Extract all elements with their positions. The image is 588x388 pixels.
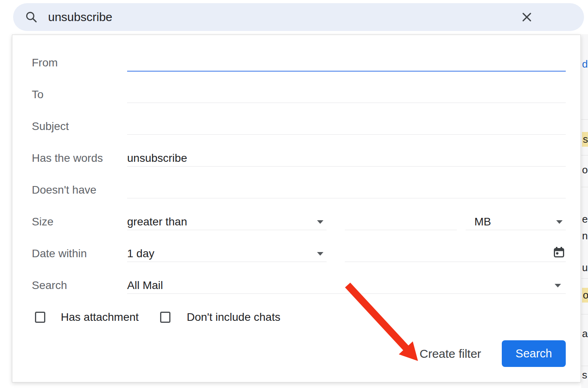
- clipped-text-fragment: e: [582, 213, 588, 225]
- list-divider: [581, 366, 588, 366]
- search-scope-select[interactable]: All Mail: [127, 277, 566, 294]
- date-range-select[interactable]: 1 day: [127, 246, 327, 262]
- dont-include-chats-label: Don't include chats: [187, 311, 280, 324]
- clipped-text-fragment: o: [582, 288, 588, 303]
- date-field-underline: [345, 246, 566, 262]
- subject-field-underline: [127, 118, 566, 135]
- subject-input[interactable]: [127, 118, 566, 134]
- gmail-search-filter-screen: d s o e n u o a s From To Subject Has th…: [0, 0, 588, 388]
- size-operator-select[interactable]: greater than: [127, 214, 327, 230]
- chevron-down-icon: [556, 220, 563, 224]
- search-scope-value: All Mail: [127, 279, 163, 292]
- list-divider: [581, 314, 588, 314]
- dont-include-chats-checkbox[interactable]: [160, 312, 170, 323]
- background-mail-list-strip: d s o e n u o a s: [581, 34, 588, 388]
- doesnt-have-field-underline: [127, 182, 566, 198]
- list-divider: [581, 155, 588, 155]
- list-divider: [581, 278, 588, 279]
- calendar-icon[interactable]: [553, 246, 565, 261]
- clipped-text-fragment: a: [582, 328, 588, 340]
- advanced-search-panel: From To Subject Has the words Doesn't ha…: [12, 35, 581, 382]
- clipped-text-fragment: o: [582, 164, 588, 176]
- date-input[interactable]: [345, 246, 566, 262]
- create-filter-button[interactable]: Create filter: [412, 342, 489, 366]
- chevron-down-icon: [317, 252, 323, 256]
- size-unit-select[interactable]: MB: [466, 214, 566, 230]
- size-label: Size: [32, 215, 53, 228]
- clipped-text-fragment: s: [582, 369, 587, 381]
- search-button[interactable]: Search: [502, 340, 566, 367]
- has-attachment-label: Has attachment: [61, 311, 139, 324]
- size-operator-value: greater than: [127, 215, 187, 228]
- clipped-text-fragment: d: [582, 58, 588, 70]
- from-input[interactable]: [127, 55, 566, 71]
- doesnt-have-label: Doesn't have: [32, 184, 97, 196]
- to-field-underline: [127, 87, 566, 103]
- chevron-down-icon: [317, 220, 323, 224]
- doesnt-have-input[interactable]: [127, 182, 566, 198]
- search-scope-label: Search: [32, 279, 67, 292]
- size-amount-underline: [345, 214, 457, 230]
- clipped-text-fragment: s: [582, 132, 588, 147]
- list-divider: [581, 187, 588, 187]
- size-amount-input[interactable]: [345, 214, 457, 230]
- to-label: To: [32, 88, 44, 101]
- to-input[interactable]: [127, 87, 566, 103]
- from-field-underline: [127, 55, 566, 72]
- has-words-field-underline: [127, 150, 566, 167]
- list-divider: [581, 119, 588, 120]
- has-attachment-checkbox[interactable]: [35, 312, 45, 323]
- size-unit-value: MB: [466, 215, 491, 228]
- has-words-label: Has the words: [32, 152, 103, 165]
- clipped-text-fragment: u: [582, 262, 588, 274]
- chevron-down-icon: [555, 284, 561, 287]
- date-range-value: 1 day: [127, 247, 155, 260]
- search-icon: [25, 10, 38, 24]
- from-label: From: [32, 56, 58, 69]
- search-bar[interactable]: [13, 3, 584, 31]
- date-within-label: Date within: [32, 247, 87, 260]
- has-words-input[interactable]: [127, 150, 566, 166]
- clipped-text-fragment: n: [582, 230, 588, 242]
- search-input[interactable]: [47, 10, 497, 24]
- subject-label: Subject: [32, 120, 69, 133]
- close-icon[interactable]: [519, 9, 535, 25]
